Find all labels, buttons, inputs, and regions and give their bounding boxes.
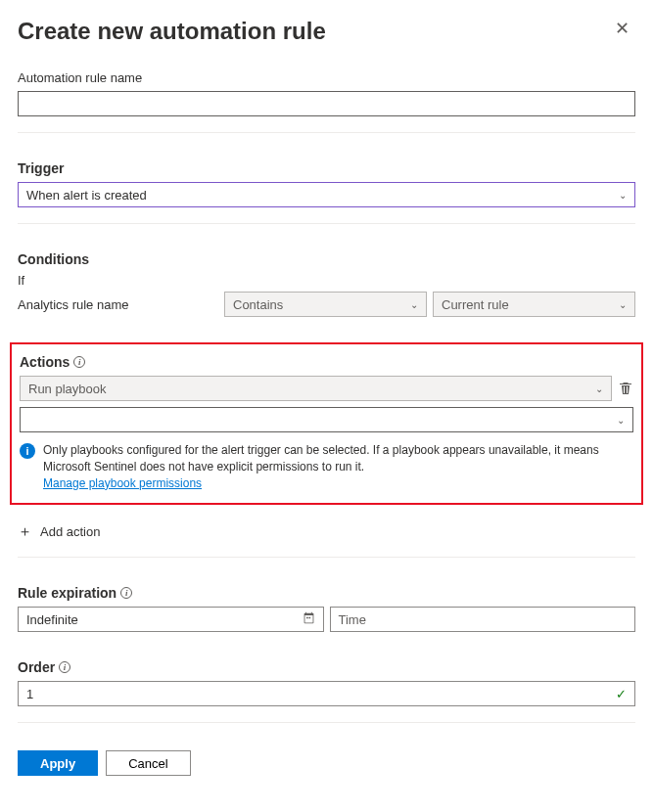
condition-field-label: Analytics rule name [18,297,218,312]
condition-operator-value: Contains [233,297,283,312]
action-type-value: Run playbook [28,382,107,396]
conditions-heading: Conditions [18,251,635,267]
conditions-if-label: If [18,273,635,288]
rule-name-label: Automation rule name [18,70,635,85]
info-icon[interactable]: i [59,661,70,673]
actions-highlight: Actions i Run playbook ⌄ ⌄ i Only playbo… [10,342,643,505]
expiration-date-input[interactable]: Indefinite [18,607,324,632]
condition-operator-select[interactable]: Contains ⌄ [224,292,427,317]
delete-icon[interactable] [618,381,633,396]
plus-icon: ＋ [18,522,32,541]
expiration-date-value: Indefinite [26,612,78,627]
page-title: Create new automation rule [18,18,326,45]
expiration-time-placeholder: Time [339,612,366,627]
order-heading: Order [18,659,55,675]
add-action-label: Add action [40,524,100,539]
add-action-button[interactable]: ＋ Add action [18,522,635,541]
actions-heading: Actions [20,354,70,370]
chevron-down-icon: ⌄ [619,190,627,201]
actions-info-text: Only playbooks configured for the alert … [43,442,633,491]
expiration-heading: Rule expiration [18,585,117,601]
info-icon[interactable]: i [73,356,85,368]
checkmark-icon: ✓ [616,687,627,701]
chevron-down-icon: ⌄ [595,383,603,394]
condition-value-text: Current rule [442,297,509,312]
cancel-button[interactable]: Cancel [106,750,190,776]
info-icon[interactable]: i [120,587,132,599]
chevron-down-icon: ⌄ [410,299,418,310]
playbook-select[interactable]: ⌄ [20,407,633,432]
manage-permissions-link[interactable]: Manage playbook permissions [43,476,202,490]
trigger-selected-value: When alert is created [26,188,147,203]
condition-value-select[interactable]: Current rule ⌄ [433,292,635,317]
order-select[interactable]: 1 ✓ [18,681,635,706]
chevron-down-icon: ⌄ [617,415,625,426]
apply-button[interactable]: Apply [18,750,98,776]
close-icon[interactable]: ✕ [609,18,635,39]
expiration-time-input[interactable]: Time [330,607,636,632]
action-type-select[interactable]: Run playbook ⌄ [20,376,612,401]
rule-name-input[interactable] [18,91,635,116]
calendar-icon [303,611,315,627]
trigger-heading: Trigger [18,160,635,176]
order-value: 1 [26,687,33,701]
chevron-down-icon: ⌄ [619,299,627,310]
trigger-select[interactable]: When alert is created ⌄ [18,182,635,207]
info-icon: i [20,443,35,459]
